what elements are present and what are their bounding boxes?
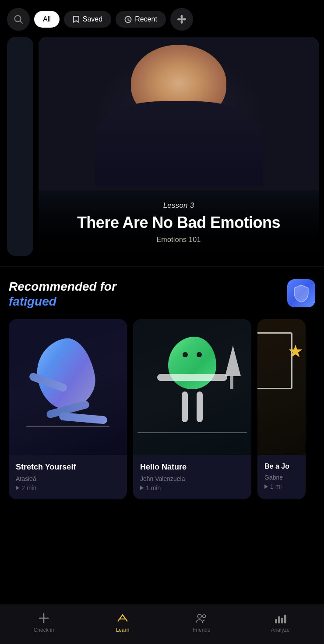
card-2-duration: 1 min: [140, 484, 244, 491]
nav-label-friends: Friends: [193, 627, 210, 633]
content-card-2[interactable]: Hello Nature John Valenzuela 1 min: [133, 319, 251, 499]
svg-point-14: [203, 615, 206, 618]
nav-label-checkin: Check in: [34, 627, 54, 633]
play-icon-3: [264, 484, 268, 489]
filter-more-button[interactable]: [170, 8, 193, 31]
svg-point-6: [177, 18, 181, 21]
mood-icon[interactable]: [287, 279, 315, 307]
section-divider: [0, 267, 324, 267]
search-icon: [14, 14, 23, 24]
filter-bar: All Saved Recent: [0, 0, 324, 37]
nav-item-checkin[interactable]: Check in: [26, 612, 61, 633]
card-1-author: Atasieā: [16, 475, 120, 482]
flower-icon: [177, 14, 187, 24]
card-3-info: Be a Jo Gabrie 1 mi: [257, 455, 306, 498]
svg-point-5: [180, 20, 183, 24]
card-2-info: Hello Nature John Valenzuela 1 min: [133, 455, 251, 499]
mood-shape-icon: [292, 284, 310, 302]
content-card-3[interactable]: ★ Be a Jo Gabrie 1 mi: [257, 319, 306, 499]
nav-label-learn: Learn: [116, 627, 130, 633]
hero-main-card[interactable]: Lesson 3 There Are No Bad Emotions Emoti…: [39, 37, 319, 256]
svg-rect-18: [284, 615, 286, 623]
bookmark-icon: [73, 15, 80, 23]
hero-person-image: [39, 37, 319, 190]
hero-subtitle: Emotions 101: [49, 236, 308, 244]
card-1-illustration: [9, 319, 127, 455]
analyze-icon: [274, 612, 286, 624]
plus-icon: [38, 612, 50, 624]
svg-rect-15: [275, 619, 277, 623]
svg-line-10: [118, 615, 123, 621]
card-3-author: Gabrie: [264, 474, 299, 481]
svg-point-7: [183, 18, 186, 21]
clock-icon: [124, 16, 132, 23]
recommended-title-block: Recommended for fatigued: [9, 279, 280, 309]
recommended-section: Recommended for fatigued: [0, 279, 324, 510]
card-2-illustration: [133, 319, 251, 455]
nav-label-analyze: Analyze: [271, 627, 290, 633]
recommended-mood: fatigued: [9, 294, 280, 309]
svg-point-13: [197, 614, 201, 618]
hero-title: There Are No Bad Emotions: [49, 213, 308, 231]
card-1-title: Stretch Yourself: [16, 462, 120, 472]
content-card-1[interactable]: Stretch Yourself Atasieā 2 min: [9, 319, 127, 499]
recommended-header: Recommended for fatigued: [9, 279, 315, 309]
svg-rect-16: [278, 616, 280, 623]
svg-line-1: [20, 21, 23, 24]
hero-lesson-label: Lesson 3: [49, 201, 308, 210]
card-1-info: Stretch Yourself Atasieā 2 min: [9, 455, 127, 499]
filter-recent-button[interactable]: Recent: [116, 11, 166, 28]
card-2-author: John Valenzuela: [140, 475, 244, 482]
play-icon-2: [140, 486, 144, 490]
svg-point-4: [180, 15, 183, 18]
nav-item-analyze[interactable]: Analyze: [263, 612, 298, 633]
nav-item-learn[interactable]: Learn: [105, 612, 140, 633]
card-1-duration: 2 min: [16, 484, 120, 491]
svg-rect-17: [281, 618, 283, 623]
card-2-title: Hello Nature: [140, 462, 244, 472]
play-icon: [16, 486, 19, 490]
hero-side-card-left[interactable]: [7, 37, 33, 256]
filter-saved-button[interactable]: Saved: [64, 11, 111, 28]
card-3-duration: 1 mi: [264, 483, 299, 490]
star-icon: ★: [288, 341, 303, 361]
hero-section: Lesson 3 There Are No Bad Emotions Emoti…: [0, 37, 324, 267]
bottom-nav: Check in Learn Friends: [0, 605, 324, 644]
hero-text-overlay: Lesson 3 There Are No Bad Emotions Emoti…: [39, 188, 319, 256]
nav-item-friends[interactable]: Friends: [184, 612, 219, 633]
card-3-title: Be a Jo: [264, 462, 299, 471]
recommended-label: Recommended for: [9, 279, 280, 294]
learn-icon: [116, 612, 129, 624]
svg-line-11: [123, 615, 127, 621]
card-3-illustration: ★: [257, 319, 306, 455]
search-button[interactable]: [7, 8, 30, 31]
friends-icon: [195, 612, 208, 624]
filter-all-button[interactable]: All: [34, 11, 60, 28]
content-cards-row: Stretch Yourself Atasieā 2 min: [9, 319, 315, 499]
